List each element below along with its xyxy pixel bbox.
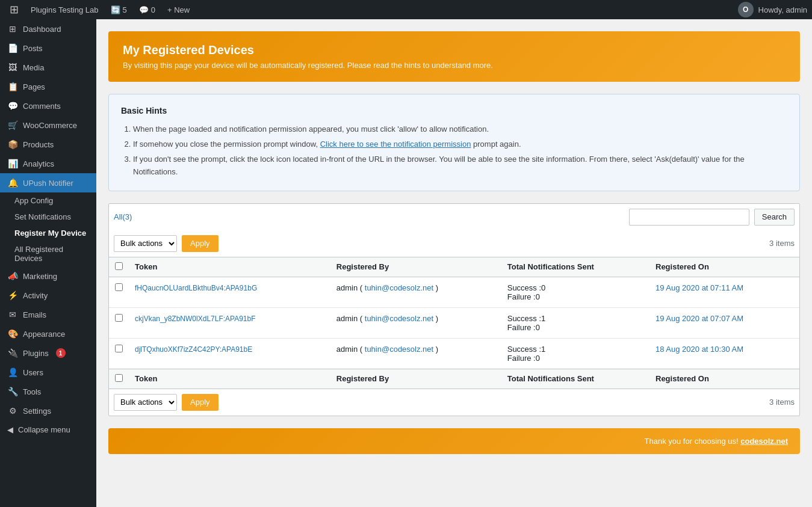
pages-icon: 📋 <box>7 82 18 91</box>
bulk-actions-select-bottom[interactable]: Bulk actions Delete <box>114 394 177 411</box>
row-checkbox-1[interactable] <box>115 283 123 291</box>
sidebar-sub-app-config[interactable]: App Config <box>0 192 96 209</box>
sidebar-sub-all-registered[interactable]: All Registered Devices <box>0 241 96 266</box>
collapse-icon: ◀ <box>7 425 13 434</box>
sidebar-item-label: Analytics <box>23 159 54 168</box>
sidebar-item-activity[interactable]: ⚡ Activity <box>0 286 96 305</box>
notifications-cell: Success :1 Failure :0 <box>501 307 649 338</box>
reg-date-1: 19 Aug 2020 at 07:11 AM <box>655 283 743 292</box>
sidebar-item-label: Comments <box>23 102 61 111</box>
main-content: My Registered Devices By visiting this p… <box>96 19 812 507</box>
registered-by-2: admin ( tuhin@codesolz.net ) <box>336 314 438 323</box>
new-label: + New <box>167 5 190 14</box>
sidebar-item-users[interactable]: 👤 Users <box>0 363 96 382</box>
collapse-menu-button[interactable]: ◀ Collapse menu <box>0 420 96 439</box>
row-checkbox-2[interactable] <box>115 314 123 322</box>
upush-icon: 🔔 <box>7 178 18 188</box>
products-icon: 📦 <box>7 140 18 149</box>
avatar-letter: O <box>743 5 748 14</box>
comments-icon: 💬 <box>7 101 18 111</box>
hint-2-suffix: prompt again. <box>471 140 521 149</box>
register-my-device-label: Register My Device <box>14 229 86 238</box>
sidebar-item-marketing[interactable]: 📣 Marketing <box>0 266 96 286</box>
comments-button[interactable]: 💬 0 <box>134 0 160 19</box>
sidebar-item-pages[interactable]: 📋 Pages <box>0 77 96 96</box>
hint-permission-link[interactable]: Click here to see the notification permi… <box>320 140 471 149</box>
col-total-notifications: Total Notifications Sent <box>501 257 649 277</box>
app-config-label: App Config <box>14 196 53 205</box>
users-icon: 👤 <box>7 367 18 377</box>
comments-icon: 💬 <box>139 5 149 14</box>
failure-count-1: Failure :0 <box>507 292 643 301</box>
reg-date-3: 18 Aug 2020 at 10:30 AM <box>655 345 743 354</box>
footer-banner-link[interactable]: codesolz.net <box>740 437 788 446</box>
token-link-3[interactable]: djlTQxhuoXKf7izZ4C42PY:APA91bE <box>135 345 252 354</box>
footer-banner: Thank you for choosing us! codesolz.net <box>108 428 800 454</box>
success-count-2: Success :1 <box>507 314 643 323</box>
updates-button[interactable]: 🔄 5 <box>106 0 132 19</box>
sidebar-item-label: Marketing <box>23 272 57 281</box>
emails-icon: ✉ <box>7 310 18 319</box>
registered-by-3: admin ( tuhin@codesolz.net ) <box>336 345 438 354</box>
col-token-footer: Token <box>129 369 330 389</box>
sidebar-item-comments[interactable]: 💬 Comments <box>0 96 96 115</box>
marketing-icon: 📣 <box>7 271 18 281</box>
search-input[interactable] <box>629 209 749 226</box>
table-row: fHQaucnOLUardLBkthuBv4:APA91bG admin ( t… <box>109 277 799 307</box>
sidebar-item-label: Plugins <box>23 349 49 358</box>
token-link-2[interactable]: ckjVkan_y8ZbNW0lXdL7LF:APA91bF <box>135 315 256 323</box>
col-total-notifications-footer: Total Notifications Sent <box>501 369 649 389</box>
sidebar-item-plugins[interactable]: 🔌 Plugins 1 <box>0 343 96 363</box>
footer-banner-text: Thank you for choosing us! <box>645 437 739 446</box>
sidebar-sub-register-my-device[interactable]: Register My Device <box>0 225 96 241</box>
analytics-icon: 📊 <box>7 159 18 168</box>
hint-item-1: When the page loaded and notification pe… <box>133 123 787 136</box>
registered-by-cell: admin ( tuhin@codesolz.net ) <box>330 338 501 369</box>
plugins-icon: 🔌 <box>7 348 18 358</box>
site-name-button[interactable]: Plugins Testing Lab <box>26 0 104 19</box>
sidebar-item-label: Appearance <box>23 330 65 339</box>
email-link-1[interactable]: tuhin@codesolz.net <box>365 283 433 292</box>
sidebar-sub-set-notifications[interactable]: Set Notifications <box>0 209 96 225</box>
wp-logo-button[interactable]: ⊞ <box>5 0 23 19</box>
plugins-badge: 1 <box>56 348 66 358</box>
search-button[interactable]: Search <box>754 209 795 226</box>
select-all-checkbox-top[interactable] <box>115 262 123 270</box>
registered-on-cell: 19 Aug 2020 at 07:07 AM <box>649 307 799 338</box>
sidebar-item-dashboard[interactable]: ⊞ Dashboard <box>0 19 96 38</box>
failure-count-2: Failure :0 <box>507 323 643 332</box>
sidebar-item-upush[interactable]: 🔔 UPush Notifier <box>0 173 96 192</box>
new-content-button[interactable]: + New <box>163 0 194 19</box>
token-cell: djlTQxhuoXKf7izZ4C42PY:APA91bE <box>129 338 330 369</box>
apply-button-bottom[interactable]: Apply <box>182 394 218 411</box>
sidebar-item-emails[interactable]: ✉ Emails <box>0 305 96 324</box>
sidebar-item-products[interactable]: 📦 Products <box>0 135 96 154</box>
comments-count: 0 <box>151 5 155 14</box>
row-checkbox-3[interactable] <box>115 345 123 352</box>
avatar[interactable]: O <box>738 2 754 17</box>
success-count-3: Success :1 <box>507 345 643 354</box>
sidebar-item-media[interactable]: 🖼 Media <box>0 58 96 77</box>
sidebar-item-appearance[interactable]: 🎨 Appearance <box>0 324 96 343</box>
col-registered-on: Registered On <box>649 257 799 277</box>
apply-button-top[interactable]: Apply <box>182 235 218 252</box>
email-link-3[interactable]: tuhin@codesolz.net <box>365 345 433 354</box>
woocommerce-icon: 🛒 <box>7 120 18 130</box>
select-all-checkbox-bottom[interactable] <box>115 374 123 382</box>
sidebar-item-analytics[interactable]: 📊 Analytics <box>0 154 96 173</box>
registered-by-cell: admin ( tuhin@codesolz.net ) <box>330 307 501 338</box>
all-registered-label: All Registered Devices <box>14 245 89 263</box>
collapse-label: Collapse menu <box>18 425 70 434</box>
bulk-actions-select-top[interactable]: Bulk actions Delete <box>114 235 177 252</box>
sidebar-item-tools[interactable]: 🔧 Tools <box>0 382 96 401</box>
sidebar-item-posts[interactable]: 📄 Posts <box>0 38 96 58</box>
email-link-2[interactable]: tuhin@codesolz.net <box>365 314 433 323</box>
sidebar-item-label: Pages <box>23 82 45 91</box>
token-link-1[interactable]: fHQaucnOLUardLBkthuBv4:APA91bG <box>135 284 257 292</box>
failure-count-3: Failure :0 <box>507 354 643 363</box>
sidebar-item-woocommerce[interactable]: 🛒 WooCommerce <box>0 115 96 135</box>
sidebar-item-settings[interactable]: ⚙ Settings <box>0 401 96 420</box>
filter-all-tab[interactable]: All(3) <box>114 212 132 221</box>
sidebar-item-label: Activity <box>23 291 48 300</box>
hint-2-text: If somehow you close the permission prom… <box>133 140 320 149</box>
